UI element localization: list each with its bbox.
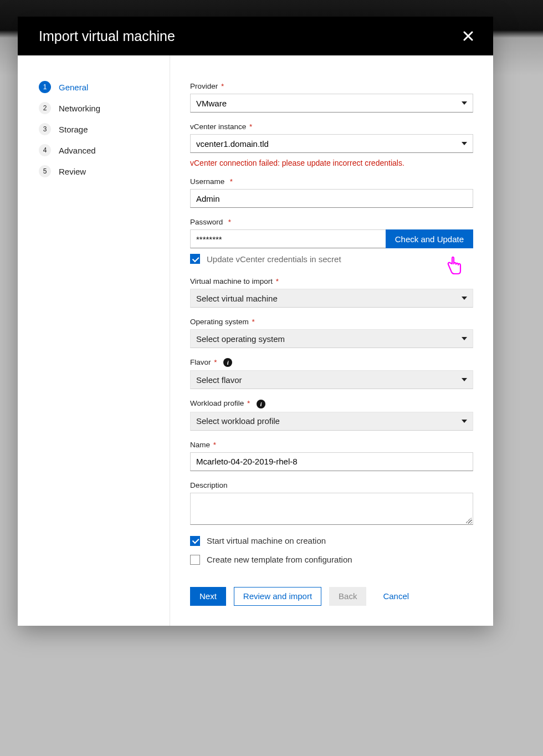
chevron-down-icon <box>462 420 467 423</box>
provider-select[interactable]: VMware <box>190 94 473 113</box>
required-marker: * <box>226 218 231 226</box>
required-marker: * <box>221 82 224 90</box>
wizard-steps-sidebar: 1 General 2 Networking 3 Storage 4 Advan… <box>18 55 170 626</box>
step-advanced[interactable]: 4 Advanced <box>39 140 165 161</box>
modal-header: Import virtual machine <box>18 17 493 55</box>
vcenter-value: vcenter1.domain.tld <box>196 139 269 149</box>
password-input[interactable] <box>196 234 380 244</box>
step-label: Storage <box>59 125 88 134</box>
vm-placeholder: Select virtual machine <box>196 294 278 303</box>
vm-field: Virtual machine to import * Select virtu… <box>190 277 473 308</box>
vcenter-error-message: vCenter connection failed: please update… <box>190 159 473 167</box>
flavor-field: Flavor * i Select flavor <box>190 358 473 389</box>
label-text: vCenter instance <box>190 122 246 131</box>
modal-body: 1 General 2 Networking 3 Storage 4 Advan… <box>18 55 493 626</box>
os-label: Operating system * <box>190 318 473 326</box>
username-input[interactable] <box>196 194 467 203</box>
workload-select[interactable]: Select workload profile <box>190 412 473 431</box>
vcenter-label: vCenter instance * <box>190 122 473 131</box>
label-text: Provider <box>190 82 218 90</box>
step-number: 4 <box>39 144 51 156</box>
start-vm-checkbox[interactable] <box>190 536 200 546</box>
name-input[interactable] <box>196 457 467 466</box>
step-number: 3 <box>39 123 51 135</box>
description-field: Description <box>190 481 473 525</box>
chevron-down-icon <box>462 142 467 145</box>
provider-value: VMware <box>196 99 227 108</box>
description-label: Description <box>190 481 473 489</box>
os-placeholder: Select operating system <box>196 334 285 344</box>
step-networking[interactable]: 2 Networking <box>39 98 165 119</box>
chevron-down-icon <box>462 297 467 300</box>
create-template-row: Create new template from configuration <box>190 555 473 565</box>
password-label: Password * <box>190 218 473 226</box>
required-marker: * <box>213 441 216 449</box>
review-and-import-button[interactable]: Review and import <box>234 587 321 606</box>
create-template-checkbox[interactable] <box>190 555 200 565</box>
chevron-down-icon <box>462 378 467 381</box>
required-marker: * <box>214 358 217 366</box>
create-template-label: Create new template from configuration <box>207 555 352 564</box>
label-text: Operating system <box>190 318 249 326</box>
step-label: Advanced <box>59 146 96 155</box>
close-icon <box>463 31 473 41</box>
description-textarea[interactable] <box>190 493 473 525</box>
update-secret-checkbox[interactable] <box>190 254 200 264</box>
step-number: 2 <box>39 102 51 114</box>
start-vm-row: Start virtual machine on creation <box>190 536 473 546</box>
info-icon[interactable]: i <box>223 358 232 367</box>
password-input-wrapper <box>190 229 386 248</box>
label-text: Password <box>190 218 223 226</box>
required-marker: * <box>252 318 255 326</box>
check-and-update-button[interactable]: Check and Update <box>386 229 473 248</box>
step-storage[interactable]: 3 Storage <box>39 119 165 140</box>
password-row: Check and Update <box>190 229 473 248</box>
provider-label: Provider * <box>190 82 473 90</box>
os-field: Operating system * Select operating syst… <box>190 318 473 348</box>
step-label: Networking <box>59 104 100 113</box>
label-text: Description <box>190 481 228 489</box>
form-content: Provider * VMware vCenter instance * vce… <box>170 55 493 626</box>
name-field: Name * <box>190 441 473 471</box>
os-select[interactable]: Select operating system <box>190 329 473 348</box>
start-vm-label: Start virtual machine on creation <box>207 536 326 545</box>
step-review[interactable]: 5 Review <box>39 161 165 182</box>
vcenter-field: vCenter instance * vcenter1.domain.tld v… <box>190 122 473 167</box>
close-button[interactable] <box>460 28 477 44</box>
import-vm-modal: Import virtual machine 1 General 2 Netwo… <box>18 17 493 626</box>
flavor-select[interactable]: Select flavor <box>190 370 473 389</box>
required-marker: * <box>247 399 250 407</box>
workload-label: Workload profile * i <box>190 399 473 408</box>
vcenter-select[interactable]: vcenter1.domain.tld <box>190 134 473 153</box>
chevron-down-icon <box>462 337 467 340</box>
label-text: Name <box>190 441 210 449</box>
username-field: Username * <box>190 177 473 208</box>
password-field: Password * Check and Update Update vCent… <box>190 218 473 264</box>
next-button[interactable]: Next <box>190 587 226 606</box>
step-number: 5 <box>39 165 51 177</box>
label-text: Flavor <box>190 358 211 366</box>
step-label: General <box>59 83 88 92</box>
back-button: Back <box>329 587 366 606</box>
provider-field: Provider * VMware <box>190 82 473 113</box>
label-text: Workload profile <box>190 399 244 407</box>
step-label: Review <box>59 167 86 176</box>
workload-placeholder: Select workload profile <box>196 416 280 426</box>
step-number: 1 <box>39 81 51 93</box>
required-marker: * <box>228 177 233 186</box>
required-marker: * <box>276 277 279 285</box>
vm-label: Virtual machine to import * <box>190 277 473 285</box>
label-text: Virtual machine to import <box>190 277 273 285</box>
update-secret-label: Update vCenter credentials in secret <box>207 254 341 264</box>
name-label: Name * <box>190 441 473 449</box>
required-marker: * <box>249 122 252 131</box>
step-general[interactable]: 1 General <box>39 76 165 98</box>
username-label: Username * <box>190 177 473 186</box>
cancel-button[interactable]: Cancel <box>374 587 418 606</box>
username-input-wrapper <box>190 189 473 208</box>
chevron-down-icon <box>462 101 467 105</box>
flavor-placeholder: Select flavor <box>196 375 242 385</box>
workload-field: Workload profile * i Select workload pro… <box>190 399 473 430</box>
vm-select[interactable]: Select virtual machine <box>190 289 473 308</box>
info-icon[interactable]: i <box>257 400 265 408</box>
